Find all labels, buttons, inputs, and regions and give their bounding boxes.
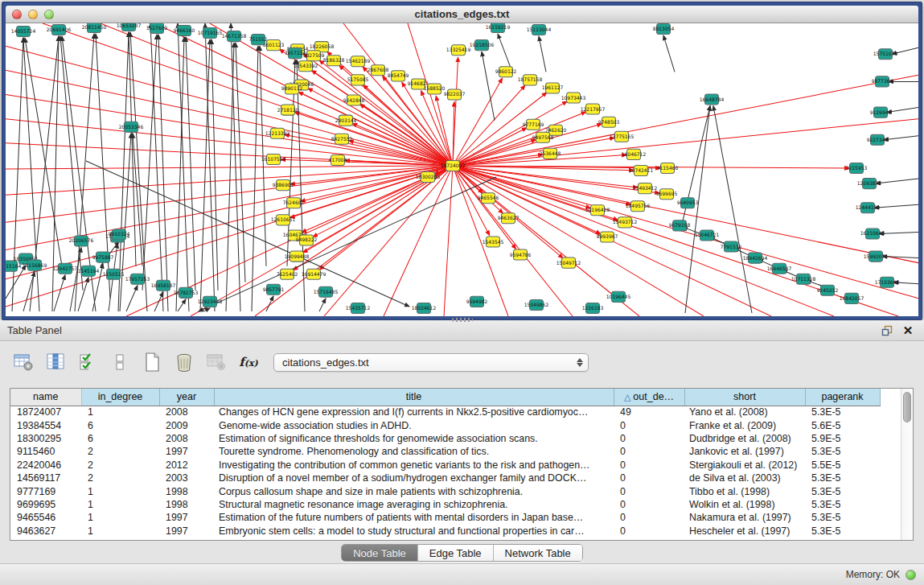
table-cell[interactable]: 1 xyxy=(81,511,159,524)
table-cell[interactable]: 5.3E-5 xyxy=(805,445,880,458)
table-cell[interactable]: 0 xyxy=(614,498,684,511)
table-cell[interactable]: 0 xyxy=(614,445,684,458)
network-edge[interactable] xyxy=(453,166,918,263)
network-edge[interactable] xyxy=(154,292,163,311)
network-edge[interactable] xyxy=(482,51,495,120)
table-cell[interactable]: 5.3E-5 xyxy=(805,406,880,418)
network-edge[interactable] xyxy=(142,35,157,290)
table-cell[interactable]: Hescheler et al. (1997) xyxy=(684,525,805,538)
table-row[interactable]: 977716911998Corpus callosum shape and si… xyxy=(10,484,880,497)
table-cell[interactable]: 6 xyxy=(81,432,159,445)
network-edge[interactable] xyxy=(453,166,601,234)
network-edge[interactable] xyxy=(60,36,83,290)
network-edge[interactable] xyxy=(150,23,163,311)
table-cell[interactable]: Corpus callosum shape and size in male p… xyxy=(214,484,614,497)
column-header-short[interactable]: short xyxy=(684,389,805,406)
table-cell[interactable]: 2003 xyxy=(159,472,214,484)
table-cell[interactable]: Estimation of significance thresholds fo… xyxy=(214,432,614,445)
table-cell[interactable]: 5.3E-5 xyxy=(805,484,880,497)
table-cell[interactable]: Changes of HCN gene expression and I(f) … xyxy=(214,406,614,418)
table-cell[interactable]: Nakamura et al. (1997) xyxy=(684,511,805,524)
network-edge[interactable] xyxy=(178,299,186,311)
table-cell[interactable]: Wolkin et al. (1998) xyxy=(684,498,805,511)
table-cell[interactable]: Franke et al. (2009) xyxy=(684,418,805,431)
select-columns-button[interactable] xyxy=(43,350,68,374)
table-cell[interactable]: Stergiakouli et al. (2012) xyxy=(684,459,805,472)
table-cell[interactable]: 1 xyxy=(81,406,159,418)
table-cell[interactable]: 19384554 xyxy=(10,418,81,431)
network-edge[interactable] xyxy=(876,179,918,183)
network-edge[interactable] xyxy=(54,275,65,311)
table-row[interactable]: 1830029562008Estimation of significance … xyxy=(10,432,880,445)
network-edge[interactable] xyxy=(453,124,602,166)
network-edge[interactable] xyxy=(158,35,168,311)
table-cell[interactable]: 0 xyxy=(614,459,684,472)
table-row[interactable]: 946362711997Embryonic stem cells: a mode… xyxy=(10,525,880,538)
network-edge[interactable] xyxy=(498,34,512,72)
float-window-icon[interactable] xyxy=(881,324,893,337)
table-cell[interactable]: 9463627 xyxy=(10,525,81,538)
table-cell[interactable]: Disruption of a novel member of a sodium… xyxy=(214,472,614,484)
table-row[interactable]: 911546021997Tourette syndrome. Phenomeno… xyxy=(10,445,880,458)
table-cell[interactable]: 9115460 xyxy=(10,445,81,458)
network-edge[interactable] xyxy=(6,70,453,166)
network-edge[interactable] xyxy=(319,299,326,311)
network-edge[interactable] xyxy=(884,136,918,140)
network-edge[interactable] xyxy=(6,166,453,169)
table-cell[interactable]: Genome-wide association studies in ADHD. xyxy=(214,418,614,431)
network-edge[interactable] xyxy=(444,166,453,316)
table-cell[interactable]: 49 xyxy=(614,406,684,418)
table-row[interactable]: 1456911722003Disruption of a novel membe… xyxy=(10,472,880,484)
scrollbar-thumb[interactable] xyxy=(903,392,911,422)
table-cell[interactable]: 9777169 xyxy=(10,484,81,497)
table-row[interactable]: 946554611997Estimation of the future num… xyxy=(10,511,880,524)
network-canvas[interactable]: 1872400786011238912954182260589827509818… xyxy=(6,23,918,316)
table-cell[interactable]: 2009 xyxy=(159,418,214,431)
table-cell[interactable]: 14569117 xyxy=(10,472,81,484)
table-cell[interactable]: 6 xyxy=(81,418,159,431)
network-edge[interactable] xyxy=(6,46,453,166)
table-cell[interactable]: 1 xyxy=(81,525,159,538)
minimize-button[interactable] xyxy=(28,10,38,19)
table-cell[interactable]: Dudbridge et al. (2008) xyxy=(684,432,805,445)
tab-network-table[interactable]: Network Table xyxy=(494,545,582,561)
table-cell[interactable]: 0 xyxy=(614,525,684,538)
network-edge[interactable] xyxy=(199,177,496,311)
network-edge[interactable] xyxy=(879,232,918,233)
network-edge[interactable] xyxy=(539,36,546,72)
table-cell[interactable]: Tibbo et al. (1998) xyxy=(684,484,805,497)
table-cell[interactable]: 9699695 xyxy=(10,498,81,511)
table-cell[interactable]: 1998 xyxy=(159,484,214,497)
delete-column-button[interactable] xyxy=(172,350,196,374)
table-cell[interactable]: 2 xyxy=(81,472,159,484)
select-all-button[interactable] xyxy=(76,350,100,374)
table-cell[interactable]: 1997 xyxy=(159,525,214,538)
network-window-titlebar[interactable]: citations_edges.txt xyxy=(6,6,918,23)
table-cell[interactable]: 1997 xyxy=(159,445,214,458)
zoom-button[interactable] xyxy=(44,10,54,19)
column-header-out_de[interactable]: △out_de… xyxy=(614,389,684,406)
table-cell[interactable]: 2008 xyxy=(159,432,214,445)
network-edge[interactable] xyxy=(126,286,138,311)
table-cell[interactable]: 0 xyxy=(614,511,684,524)
table-cell[interactable]: 18724007 xyxy=(10,406,81,418)
network-edge[interactable] xyxy=(663,35,675,72)
table-cell[interactable]: Investigating the contribution of common… xyxy=(214,459,614,472)
network-edge[interactable] xyxy=(874,204,918,208)
table-cell[interactable]: 18300295 xyxy=(10,432,81,445)
network-edge[interactable] xyxy=(298,92,453,166)
table-cell[interactable]: 1 xyxy=(81,498,159,511)
deselect-all-button[interactable] xyxy=(108,350,132,374)
network-edge[interactable] xyxy=(685,106,710,313)
table-cell[interactable]: 0 xyxy=(614,472,684,484)
network-edge[interactable] xyxy=(453,166,563,258)
table-cell[interactable]: 5.3E-5 xyxy=(805,498,880,511)
network-edge[interactable] xyxy=(453,57,458,166)
table-cell[interactable]: 2 xyxy=(81,445,159,458)
table-cell[interactable]: 22420046 xyxy=(10,459,81,472)
tab-edge-table[interactable]: Edge Table xyxy=(418,545,494,561)
new-column-button[interactable] xyxy=(140,350,164,374)
table-cell[interactable]: 5.3E-5 xyxy=(805,511,880,524)
table-cell[interactable]: 0 xyxy=(614,484,684,497)
table-cell[interactable]: Yano et al. (2008) xyxy=(684,406,805,418)
